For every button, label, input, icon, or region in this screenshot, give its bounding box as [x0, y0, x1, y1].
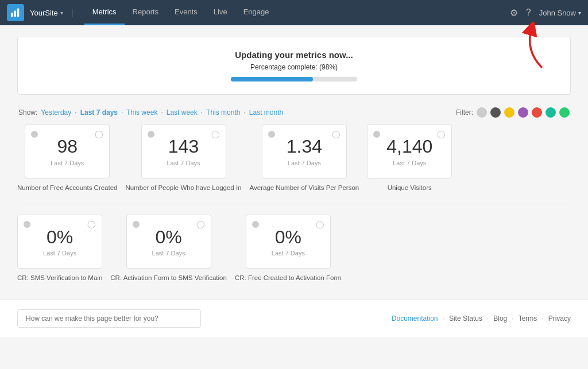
filter-dot-red[interactable]: [532, 107, 542, 118]
main-nav: Metrics Reports Events Live Engage: [84, 0, 510, 25]
metric-card-7: ◯ 0% Last 7 Days: [246, 215, 331, 269]
footer-link-terms[interactable]: Terms: [519, 314, 537, 323]
footer-link-blog[interactable]: Blog: [493, 314, 507, 323]
card-value-6: 0%: [155, 227, 181, 247]
footer-separator-2: ·: [487, 314, 489, 323]
metric-card-2: ◯ 143 Last 7 Days: [141, 125, 226, 178]
card-value-1: 98: [57, 137, 78, 157]
footer-link-site-status[interactable]: Site Status: [449, 314, 482, 323]
feedback-input[interactable]: [17, 309, 201, 328]
card-value-2: 143: [168, 137, 199, 157]
card-inner-4: 4,140 Last 7 Days: [374, 131, 444, 172]
banner-title: Updating your metrics now...: [35, 50, 553, 60]
card-label-7: CR: Free Created to Activation Form: [235, 273, 342, 282]
card-label-2: Number of People Who have Logged In: [126, 183, 242, 192]
cards-row1: ◯ 98 Last 7 Days Number of Free Accounts…: [17, 125, 571, 192]
brand-chevron: ▾: [60, 10, 63, 16]
filter-lastmonth[interactable]: Last month: [249, 108, 283, 116]
filter-separator-3: ·: [161, 108, 163, 116]
filter-dot-purple[interactable]: [518, 107, 528, 118]
nav-item-events[interactable]: Events: [167, 0, 206, 25]
filter-last7days[interactable]: Last 7 days: [80, 108, 118, 116]
metric-card-3: ◯ 1.34 Last 7 Days: [262, 125, 347, 178]
filter-lastweek[interactable]: Last week: [167, 108, 198, 116]
update-banner: Updating your metrics now... Percentage …: [17, 37, 571, 95]
filter-label: Filter:: [456, 108, 473, 116]
banner-subtitle-value: (98%): [319, 63, 338, 71]
metric-card-6: ◯ 0% Last 7 Days: [126, 215, 211, 269]
filter-yesterday[interactable]: Yesterday: [41, 108, 71, 116]
user-name: John Snow: [539, 9, 576, 17]
card-status-dot-7: [252, 221, 259, 228]
navbar: YourSite ▾ Metrics Reports Events Live E…: [0, 0, 588, 25]
filter-right: Filter:: [456, 107, 570, 118]
card-unique-visitors: ◯ 4,140 Last 7 Days Unique Visitors: [367, 125, 452, 192]
logo: [7, 4, 24, 21]
card-inner-6: 0% Last 7 Days: [134, 221, 204, 262]
card-period-1: Last 7 Days: [51, 160, 84, 166]
filter-thisweek[interactable]: This week: [126, 108, 157, 116]
card-inner-5: 0% Last 7 Days: [25, 221, 95, 262]
filter-dot-empty[interactable]: [477, 107, 487, 118]
nav-item-metrics[interactable]: Metrics: [84, 0, 125, 25]
card-label-6: CR: Activation Form to SMS Verification: [110, 273, 227, 282]
filter-separator-4: ·: [201, 108, 203, 116]
settings-icon[interactable]: ⚙: [510, 7, 518, 18]
footer-links: Documentation · Site Status · Blog · Ter…: [392, 314, 571, 323]
metric-card-4: ◯ 4,140 Last 7 Days: [367, 125, 452, 178]
filter-separator-1: ·: [75, 108, 76, 116]
main-content: Updating your metrics now... Percentage …: [0, 25, 588, 282]
filter-thismonth[interactable]: This month: [206, 108, 240, 116]
card-status-dot-2: [148, 131, 154, 138]
card-value-7: 0%: [275, 227, 301, 247]
footer-link-privacy[interactable]: Privacy: [548, 314, 571, 323]
filter-row: Show: Yesterday · Last 7 days · This wee…: [17, 107, 571, 118]
footer-separator-3: ·: [512, 314, 513, 323]
footer: Documentation · Site Status · Blog · Ter…: [0, 300, 588, 337]
footer-link-documentation[interactable]: Documentation: [392, 314, 438, 323]
card-inner-2: 143 Last 7 Days: [149, 131, 219, 172]
card-value-3: 1.34: [287, 137, 322, 157]
svg-rect-2: [17, 9, 20, 17]
card-clock-4: ◯: [437, 130, 446, 138]
svg-rect-0: [11, 13, 13, 17]
card-inner-7: 0% Last 7 Days: [253, 221, 323, 262]
card-period-6: Last 7 Days: [152, 250, 185, 257]
progress-bar-fill: [231, 77, 313, 81]
card-period-2: Last 7 Days: [167, 160, 200, 166]
brand-selector[interactable]: YourSite ▾: [30, 9, 73, 17]
nav-item-engage[interactable]: Engage: [235, 0, 277, 25]
card-status-dot-3: [268, 131, 275, 138]
nav-item-reports[interactable]: Reports: [125, 0, 167, 25]
section-divider: [17, 204, 571, 204]
progress-bar-bg: [231, 77, 357, 81]
filter-dot-yellow[interactable]: [504, 107, 514, 118]
card-label-3: Average Number of Visits Per Person: [250, 183, 359, 192]
nav-item-live[interactable]: Live: [206, 0, 235, 25]
filter-separator-5: ·: [243, 108, 245, 116]
card-free-accounts: ◯ 98 Last 7 Days Number of Free Accounts…: [17, 125, 118, 192]
user-chevron: ▾: [578, 10, 581, 16]
card-logged-in: ◯ 143 Last 7 Days Number of People Who h…: [126, 125, 242, 192]
footer-separator-4: ·: [541, 314, 543, 323]
card-clock-7: ◯: [316, 220, 324, 228]
filter-dot-dark[interactable]: [490, 107, 501, 118]
filter-dot-green[interactable]: [559, 107, 570, 118]
card-period-4: Last 7 Days: [393, 160, 426, 166]
help-icon[interactable]: ?: [526, 7, 531, 18]
svg-rect-1: [14, 10, 16, 17]
metric-card-5: ◯ 0% Last 7 Days: [17, 215, 102, 269]
card-value-4: 4,140: [386, 137, 432, 157]
filter-dot-teal[interactable]: [546, 107, 556, 118]
card-period-7: Last 7 Days: [272, 250, 305, 257]
card-sms-main: ◯ 0% Last 7 Days CR: SMS Verification to…: [17, 215, 102, 282]
metric-card-1: ◯ 98 Last 7 Days: [25, 125, 110, 178]
card-clock-6: ◯: [196, 220, 205, 228]
card-clock-1: ◯: [95, 130, 103, 138]
user-menu[interactable]: John Snow ▾: [539, 9, 581, 17]
card-free-activation: ◯ 0% Last 7 Days CR: Free Created to Act…: [235, 215, 342, 282]
card-label-1: Number of Free Accounts Created: [17, 183, 118, 192]
banner-subtitle-prefix: Percentage complete:: [250, 63, 319, 71]
card-label-4: Unique Visitors: [388, 183, 432, 192]
card-status-dot-6: [133, 221, 140, 228]
